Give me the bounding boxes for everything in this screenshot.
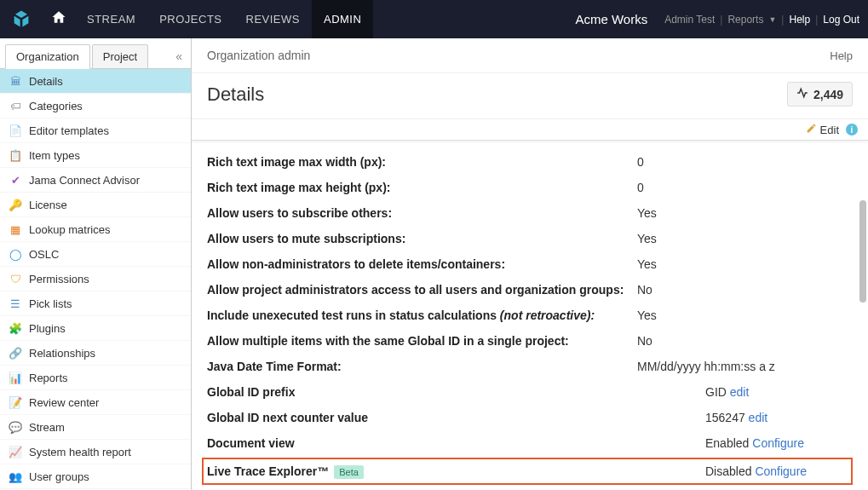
prop-row: Allow non-administrators to delete items… <box>207 251 848 277</box>
sidebar-item-user-groups[interactable]: 👥User groups <box>0 464 191 489</box>
configure-link[interactable]: Configure <box>755 464 807 478</box>
sidebar-list: 🏛Details🏷Categories📄Editor templates📋Ite… <box>0 69 191 490</box>
chevron-down-icon[interactable]: ▼ <box>768 15 776 24</box>
prop-row: Java Date Time Format:MM/dd/yyyy hh:mm:s… <box>207 354 848 379</box>
review-center-icon: 📝 <box>9 395 22 409</box>
prop-row: Global ID prefixGID edit <box>207 379 848 405</box>
app-logo[interactable] <box>9 7 34 32</box>
prop-row: Rich text image max height (px):0 <box>207 175 848 200</box>
configure-link[interactable]: Configure <box>752 436 804 450</box>
sidebar-item-lookup-matrices[interactable]: ▦Lookup matrices <box>0 217 191 242</box>
prop-value: MM/dd/yyyy hh:mm:ss a z <box>637 360 848 373</box>
prop-label: Allow project administrators access to a… <box>207 283 637 297</box>
prop-row: Allow multiple items with the same Globa… <box>207 328 848 354</box>
prop-label: Rich text image max width (px): <box>207 155 637 169</box>
sidebar-item-system-health-report[interactable]: 📈System health report <box>0 440 191 464</box>
prop-row: Document viewEnabled Configure <box>207 430 848 456</box>
sidebar-item-permissions[interactable]: 🛡Permissions <box>0 267 191 291</box>
reports-link[interactable]: Reports <box>727 14 763 26</box>
page-title: Details <box>207 84 264 106</box>
edit-link[interactable]: edit <box>730 385 750 399</box>
prop-row: Global ID next counter value156247 edit <box>207 405 848 430</box>
edit-link[interactable]: edit <box>749 411 768 424</box>
sidebar-item-editor-templates[interactable]: 📄Editor templates <box>0 118 191 143</box>
org-name: Acme Works <box>575 12 647 26</box>
content-header: Organization admin Help <box>192 38 868 73</box>
sidebar-item-oslc[interactable]: ◯OSLC <box>0 242 191 267</box>
sidebar-item-plugins[interactable]: 🧩Plugins <box>0 316 191 341</box>
home-icon[interactable] <box>51 9 66 29</box>
prop-value: GID edit <box>637 385 848 399</box>
count-badge[interactable]: 2,449 <box>787 82 853 107</box>
sidebar-item-label: Details <box>29 75 63 88</box>
prop-value: 156247 edit <box>637 411 848 424</box>
logout-link[interactable]: Log Out <box>823 14 859 26</box>
activity-icon <box>796 87 808 101</box>
prop-value: No <box>637 283 848 297</box>
sidebar-item-item-types[interactable]: 📋Item types <box>0 143 191 168</box>
nav-reviews[interactable]: REVIEWS <box>234 0 312 38</box>
relationships-icon: 🔗 <box>9 346 22 360</box>
sidebar-item-label: Plugins <box>29 322 66 335</box>
sidebar-item-label: Categories <box>29 100 83 112</box>
prop-value: Yes <box>637 206 848 220</box>
tab-organization[interactable]: Organization <box>5 44 90 69</box>
beta-badge: Beta <box>334 465 364 479</box>
prop-row: Allow project administrators access to a… <box>207 277 848 303</box>
sidebar-item-categories[interactable]: 🏷Categories <box>0 94 191 118</box>
sidebar-item-label: Lookup matrices <box>29 223 110 236</box>
prop-value: Yes <box>637 308 848 322</box>
sidebar-item-label: Reports <box>29 372 68 384</box>
reports-icon: 📊 <box>9 371 22 384</box>
prop-row: Allow users to mute subscriptions:Yes <box>207 226 848 251</box>
sidebar-item-jama-connect-advisor[interactable]: ✔Jama Connect Advisor <box>0 168 191 193</box>
system-health-report-icon: 📈 <box>9 445 22 458</box>
sidebar-item-label: Editor templates <box>29 124 109 137</box>
stream-icon: 💬 <box>9 420 22 434</box>
sidebar-item-stream[interactable]: 💬Stream <box>0 415 191 440</box>
sidebar-item-details[interactable]: 🏛Details <box>0 69 191 94</box>
sidebar-item-review-center[interactable]: 📝Review center <box>0 390 191 415</box>
sidebar-item-label: OSLC <box>29 248 59 261</box>
user-name-link[interactable]: Admin Test <box>664 14 715 26</box>
pencil-icon <box>806 123 817 136</box>
tab-project[interactable]: Project <box>92 44 148 69</box>
lookup-matrices-icon: ▦ <box>9 222 22 236</box>
license-icon: 🔑 <box>9 198 22 211</box>
sidebar: Organization Project « 🏛Details🏷Categori… <box>0 38 192 490</box>
sidebar-item-license[interactable]: 🔑License <box>0 193 191 217</box>
prop-label: Document view <box>207 436 637 450</box>
prop-row: Allow users to subscribe others:Yes <box>207 200 848 226</box>
collapse-sidebar-icon[interactable]: « <box>172 46 186 66</box>
scrollbar[interactable] <box>858 141 866 490</box>
prop-value: Enabled Configure <box>637 436 848 450</box>
sidebar-tabs: Organization Project « <box>0 38 191 69</box>
help-link[interactable]: Help <box>789 14 810 26</box>
sidebar-item-reports[interactable]: 📊Reports <box>0 366 191 390</box>
categories-icon: 🏷 <box>9 99 22 112</box>
editor-templates-icon: 📄 <box>9 124 22 137</box>
nav-projects[interactable]: PROJECTS <box>147 0 233 38</box>
nav-admin[interactable]: ADMIN <box>312 0 373 38</box>
prop-value: Yes <box>637 232 848 245</box>
info-icon[interactable]: i <box>846 124 858 135</box>
prop-row: Rich text image max width (px):0 <box>207 149 848 175</box>
nav-stream[interactable]: STREAM <box>75 0 147 38</box>
oslc-icon: ◯ <box>9 247 22 261</box>
user-groups-icon: 👥 <box>9 470 22 483</box>
prop-label: Allow multiple items with the same Globa… <box>207 334 637 348</box>
content-toolbar: Edit i <box>192 119 868 141</box>
prop-value: Yes <box>637 257 848 271</box>
prop-value: 0 <box>637 155 848 169</box>
prop-label: Rich text image max height (px): <box>207 181 637 194</box>
sidebar-item-label: User groups <box>29 470 89 483</box>
sidebar-item-relationships[interactable]: 🔗Relationships <box>0 341 191 366</box>
sidebar-item-pick-lists[interactable]: ☰Pick lists <box>0 291 191 316</box>
prop-row: Live Trace Explorer™BetaDisabled Configu… <box>202 458 853 485</box>
user-area: Admin Test | Reports ▼ | Help | Log Out <box>664 14 859 26</box>
edit-button[interactable]: Edit <box>806 123 839 136</box>
sidebar-item-label: License <box>29 199 67 211</box>
plugins-icon: 🧩 <box>9 321 22 335</box>
content-help-link[interactable]: Help <box>830 49 853 62</box>
prop-row: Include unexecuted test runs in status c… <box>207 303 848 328</box>
